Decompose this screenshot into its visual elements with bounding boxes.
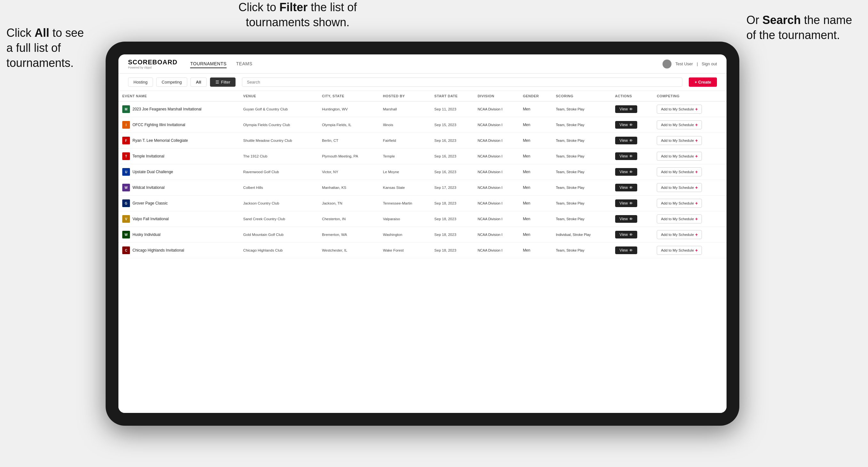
cell-event-name-9: C Chicago Highlands Invitational [118,243,239,258]
cell-gender-4: Men [519,164,552,180]
cell-division-8: NCAA Division I [474,227,519,243]
cell-city-2: Berlin, CT [318,133,379,149]
cell-gender-1: Men [519,117,552,133]
view-button-7[interactable]: View 👁 [615,215,638,223]
plus-icon-7: + [695,216,698,221]
add-to-schedule-button-0[interactable]: Add to My Schedule + [657,105,702,114]
add-to-schedule-button-9[interactable]: Add to My Schedule + [657,246,702,255]
view-button-2[interactable]: View 👁 [615,137,638,144]
view-label-5: View [620,185,628,190]
cell-venue-7: Sand Creek Country Club [239,211,318,227]
view-label-2: View [620,138,628,143]
cell-division-6: NCAA Division I [474,195,519,211]
add-to-schedule-button-4[interactable]: Add to My Schedule + [657,167,702,176]
add-to-schedule-button-2[interactable]: Add to My Schedule + [657,136,702,145]
search-input[interactable] [242,77,682,87]
powered-by: Powered by clippd [128,66,177,69]
event-name-text-5: Wildcat Invitational [132,185,164,190]
tablet-screen: SCOREBOARD Powered by clippd TOURNAMENTS… [118,54,726,413]
cell-gender-2: Men [519,133,552,149]
team-logo-9: C [122,246,130,254]
cell-division-7: NCAA Division I [474,211,519,227]
create-button[interactable]: + Create [689,77,717,87]
team-logo-6: G [122,199,130,207]
cell-gender-8: Men [519,227,552,243]
table-row: M 2023 Joe Feaganes Marshall Invitationa… [118,101,726,117]
event-name-text-2: Ryan T. Lee Memorial Collegiate [132,138,188,143]
view-button-6[interactable]: View 👁 [615,199,638,207]
nav-tournaments[interactable]: TOURNAMENTS [190,60,226,68]
annotation-top: Click to Filter the list of tournaments … [218,0,378,30]
cell-scoring-9: Team, Stroke Play [552,243,611,258]
col-gender: GENDER [519,91,552,101]
view-button-9[interactable]: View 👁 [615,246,638,254]
add-to-schedule-button-7[interactable]: Add to My Schedule + [657,214,702,223]
cell-hosted-8: Washington [379,227,431,243]
cell-venue-9: Chicago Highlands Club [239,243,318,258]
view-button-3[interactable]: View 👁 [615,152,638,160]
cell-actions-1: View 👁 [611,117,653,133]
col-hosted-by: HOSTED BY [379,91,431,101]
cell-scoring-7: Team, Stroke Play [552,211,611,227]
view-label-7: View [620,217,628,221]
col-city-state: CITY, STATE [318,91,379,101]
user-name: Test User [675,61,693,66]
add-to-schedule-button-5[interactable]: Add to My Schedule + [657,183,702,192]
team-logo-4: U [122,168,130,176]
sign-out-link[interactable]: Sign out [702,61,717,66]
cell-event-name-3: T Temple Invitational [118,149,239,164]
view-button-5[interactable]: View 👁 [615,184,638,191]
add-to-schedule-button-3[interactable]: Add to My Schedule + [657,152,702,161]
view-button-1[interactable]: View 👁 [615,121,638,129]
cell-venue-3: The 1912 Club [239,149,318,164]
view-label-4: View [620,169,628,174]
cell-division-1: NCAA Division I [474,117,519,133]
eye-icon-9: 👁 [629,248,633,252]
event-name-text-1: OFCC Fighting Illini Invitational [132,123,185,127]
logo-text: SCOREBOARD [128,59,177,66]
cell-venue-8: Gold Mountain Golf Club [239,227,318,243]
cell-city-5: Manhattan, KS [318,180,379,195]
event-name-text-9: Chicago Highlands Invitational [132,248,184,253]
add-label-0: Add to My Schedule [661,107,694,111]
eye-icon-2: 👁 [629,138,633,143]
tab-hosting[interactable]: Hosting [128,77,153,87]
add-to-schedule-button-8[interactable]: Add to My Schedule + [657,230,702,239]
cell-city-7: Chesterton, IN [318,211,379,227]
cell-date-5: Sep 17, 2023 [431,180,474,195]
filter-button[interactable]: ☰ Filter [210,77,236,87]
col-actions: ACTIONS [611,91,653,101]
add-to-schedule-button-1[interactable]: Add to My Schedule + [657,120,702,129]
add-label-1: Add to My Schedule [661,123,694,127]
add-to-schedule-button-6[interactable]: Add to My Schedule + [657,199,702,208]
plus-icon-0: + [695,106,698,112]
table-row: G Grover Page Classic Jackson Country Cl… [118,195,726,211]
add-label-3: Add to My Schedule [661,154,694,158]
cell-scoring-1: Team, Stroke Play [552,117,611,133]
view-button-8[interactable]: View 👁 [615,231,638,239]
col-event-name: EVENT NAME [118,91,239,101]
eye-icon-5: 👁 [629,186,633,189]
eye-icon-6: 👁 [629,201,633,205]
tournament-table: EVENT NAME VENUE CITY, STATE HOSTED BY S… [118,91,726,258]
cell-venue-6: Jackson Country Club [239,195,318,211]
cell-scoring-4: Team, Stroke Play [552,164,611,180]
view-button-0[interactable]: View 👁 [615,105,638,113]
table-row: F Ryan T. Lee Memorial Collegiate Shuttl… [118,133,726,149]
view-label-0: View [620,107,628,112]
tab-all[interactable]: All [190,77,207,87]
cell-competing-7: Add to My Schedule + [653,211,726,227]
event-name-text-0: 2023 Joe Feaganes Marshall Invitational [132,107,201,112]
plus-icon-5: + [695,185,698,190]
cell-event-name-4: U Upstate Dual Challenge [118,164,239,180]
cell-division-9: NCAA Division I [474,243,519,258]
tab-competing[interactable]: Competing [156,77,187,87]
view-button-4[interactable]: View 👁 [615,168,638,176]
nav-teams[interactable]: TEAMS [236,60,252,68]
team-logo-1: I [122,121,130,129]
col-division: DIVISION [474,91,519,101]
cell-actions-3: View 👁 [611,149,653,164]
table-row: T Temple Invitational The 1912 Club Plym… [118,149,726,164]
cell-competing-1: Add to My Schedule + [653,117,726,133]
table-row: U Upstate Dual Challenge Ravenwood Golf … [118,164,726,180]
